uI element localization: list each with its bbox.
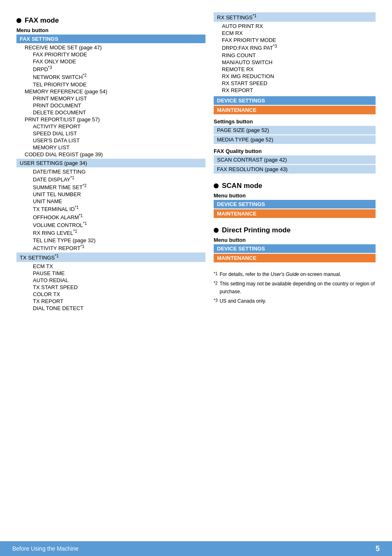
footnote-3-num: *3	[214, 297, 217, 305]
fax-priority-mode: FAX PRIORITY MODE	[33, 51, 205, 58]
page: FAX mode Menu button FAX SETTINGS RECEIV…	[0, 0, 392, 556]
color-tx: COLOR TX	[33, 291, 205, 298]
footnotes: *1 For details, refer to the User's Guid…	[214, 271, 376, 306]
tx-settings-sup: *1	[55, 254, 58, 258]
footnote-3: *3 US and Canada only.	[214, 297, 376, 305]
fax-mode-label: FAX mode	[25, 16, 59, 25]
main-content: FAX mode Menu button FAX SETTINGS RECEIV…	[16, 12, 376, 312]
rx-tree: AUTO PRINT RX ECM RX FAX PRIORITY MODE D…	[214, 23, 376, 93]
offhook-sup: *1	[79, 213, 83, 218]
receive-mode-header: RECEIVE MODE SET (page 47)	[25, 44, 205, 51]
fax-menu-button-label: Menu button	[16, 27, 205, 33]
drpd-sup: *3	[48, 65, 52, 70]
direct-printing-bullet	[214, 228, 219, 233]
scan-menu-button-label: Menu button	[214, 192, 376, 199]
tx-terminal-id: TX TERMINAL ID*1	[33, 205, 205, 213]
fax-settings-header: FAX SETTINGS	[16, 35, 205, 43]
footnote-1: *1 For details, refer to the User's Guid…	[214, 271, 376, 278]
volume-control: VOLUME CONTROL*1	[33, 221, 205, 229]
maintenance-fax: MAINTENANCE	[214, 106, 376, 114]
direct-printing-menu-label: Menu button	[214, 237, 376, 243]
tx-terminal-sup: *1	[75, 205, 78, 210]
ecm-rx: ECM RX	[222, 30, 376, 37]
auto-redial: AUTO REDIAL	[33, 277, 205, 284]
drpd: DRPD*3	[33, 65, 205, 73]
scan-contrast-label: SCAN CONTRAST (page 42)	[214, 155, 376, 164]
rx-start-speed: RX START SPEED	[222, 80, 376, 87]
footnote-1-text: For details, refer to the User's Guide o…	[219, 271, 341, 278]
users-data-list: USER'S DATA LIST	[33, 137, 205, 144]
ring-count: RING COUNT	[222, 52, 376, 59]
auto-print-rx: AUTO PRINT RX	[222, 23, 376, 30]
network-switch: NETWORK SWITCH*2	[33, 73, 205, 81]
device-settings-direct: DEVICE SETTINGS	[214, 244, 376, 253]
fax-resolution-label: FAX RESOLUTION (page 43)	[214, 165, 376, 174]
bottom-bar: Before Using the Machine 5	[0, 541, 392, 556]
device-settings-fax: DEVICE SETTINGS	[214, 96, 376, 105]
rx-img-reduction: RX IMG REDUCTION	[222, 73, 376, 80]
offhook-alarm: OFFHOOK ALARM*1	[33, 213, 205, 221]
unit-name: UNIT NAME	[33, 198, 205, 205]
network-switch-sup: *2	[83, 73, 86, 78]
scan-mode-label: SCAN mode	[222, 182, 262, 190]
dial-tone-detect: DIAL TONE DETECT	[33, 305, 205, 312]
pause-time: PAUSE TIME	[33, 270, 205, 277]
device-settings-scan: DEVICE SETTINGS	[214, 200, 376, 208]
footnote-2-text: This setting may not be available depend…	[219, 280, 376, 296]
bottom-bar-number: 5	[376, 544, 380, 553]
footnote-3-text: US and Canada only.	[219, 297, 266, 305]
datetime-setting: DATE/TIME SETTING	[33, 168, 205, 175]
media-type-label: MEDIA TYPE (page 52)	[214, 135, 376, 144]
ecm-tx: ECM TX	[33, 263, 205, 270]
unit-tel-number: UNIT TEL NUMBER	[33, 191, 205, 198]
page-size-label: PAGE SIZE (page 52)	[214, 126, 376, 134]
rx-report: RX REPORT	[222, 87, 376, 94]
scan-mode-title: SCAN mode	[214, 182, 376, 190]
drpd-fax-sup: *3	[273, 44, 277, 49]
activity-report: ACTIVITY REPORT	[33, 123, 205, 130]
left-column: FAX mode Menu button FAX SETTINGS RECEIV…	[16, 12, 205, 312]
footnote-2-num: *2	[214, 280, 217, 296]
prnt-report-header: PRNT REPORT/LIST (page 57)	[25, 116, 205, 123]
tx-settings-header: TX SETTINGS*1	[16, 253, 205, 262]
fax-quality-button-label: FAX Quality button	[214, 148, 376, 154]
activity-report-user: ACTIVITY REPORT*1	[33, 244, 205, 252]
direct-printing-label: Direct Printing mode	[222, 226, 291, 234]
rx-settings-sup: *1	[253, 14, 256, 18]
maintenance-scan: MAINTENANCE	[214, 209, 376, 218]
bottom-bar-text: Before Using the Machine	[12, 545, 78, 552]
settings-button-label: Settings button	[214, 118, 376, 125]
print-document: PRINT DOCUMENT	[33, 102, 205, 109]
summer-time-set: SUMMER TIME SET*2	[33, 183, 205, 191]
right-column: RX SETTINGS*1 AUTO PRINT RX ECM RX FAX P…	[214, 12, 376, 312]
tel-line-type: TEL LINE TYPE (page 32)	[33, 237, 205, 244]
date-display: DATE DISPLAY*1	[33, 175, 205, 183]
fax-mode-bullet	[16, 18, 21, 23]
rx-ring-level: RX RING LEVEL*1	[33, 229, 205, 236]
rx-ring-sup: *1	[73, 229, 77, 234]
memory-reference-header: MEMORY REFERENCE (page 54)	[25, 88, 205, 95]
scan-mode-bullet	[214, 183, 219, 188]
fax-only-mode: FAX ONLY MODE	[33, 58, 205, 65]
man-auto-switch: MAN/AUTO SWITCH	[222, 59, 376, 66]
volume-sup: *1	[83, 221, 87, 226]
tel-priority-mode: TEL PRIORITY MODE	[33, 81, 205, 88]
speed-dial-list: SPEED DIAL LIST	[33, 130, 205, 137]
maintenance-direct: MAINTENANCE	[214, 254, 376, 262]
footnote-2: *2 This setting may not be available dep…	[214, 280, 376, 296]
tx-report: TX REPORT	[33, 298, 205, 305]
delete-document: DELETE DOCUMENT	[33, 109, 205, 116]
fax-priority-rx: FAX PRIORITY MODE	[222, 37, 376, 44]
fax-mode-title: FAX mode	[16, 16, 205, 25]
coded-dial-header: CODED DIAL REGIST (page 39)	[25, 151, 205, 158]
tx-start-speed: TX START SPEED	[33, 284, 205, 291]
direct-printing-title: Direct Printing mode	[214, 226, 376, 234]
rx-settings-header: RX SETTINGS*1	[214, 12, 376, 22]
memory-list: MEMORY LIST	[33, 144, 205, 151]
activity-sup: *1	[81, 244, 84, 249]
user-settings-header: USER SETTINGS (page 34)	[16, 159, 205, 167]
drpd-fax: DRPD:FAX RNG PAT*3	[222, 44, 376, 51]
footnote-1-num: *1	[214, 271, 217, 278]
remote-rx: REMOTE RX	[222, 66, 376, 73]
print-memory-list: PRINT MEMORY LIST	[33, 95, 205, 102]
